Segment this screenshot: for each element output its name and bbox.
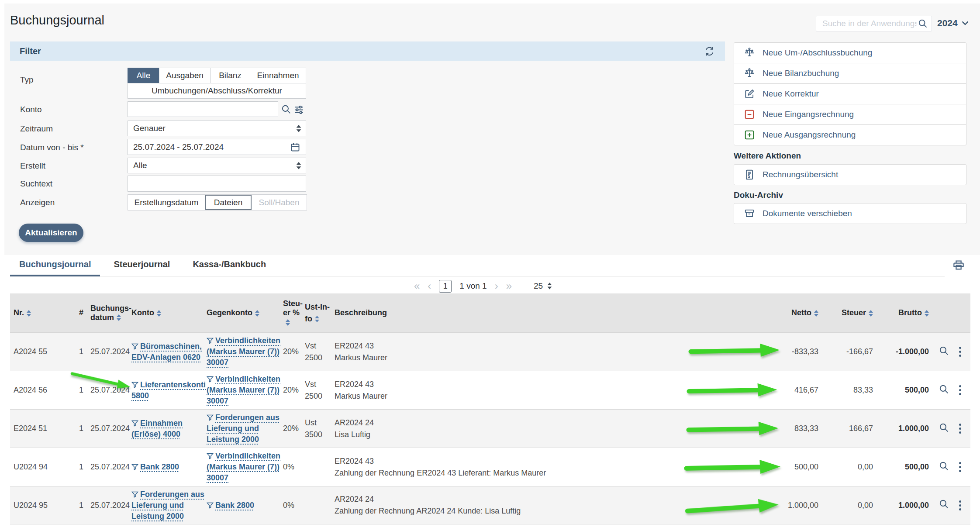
last-page-icon[interactable]: »: [506, 281, 512, 291]
calendar-icon[interactable]: [290, 142, 300, 152]
cell-num: 1: [68, 424, 83, 433]
tab-buchungsjournal[interactable]: Buchungsjournal: [10, 257, 100, 276]
tab-kassa-bankbuch[interactable]: Kassa-/Bankbuch: [183, 257, 275, 276]
page-size-value: 25: [534, 281, 543, 291]
konto-search-icon[interactable]: [281, 104, 292, 115]
datum-label: Datum von - bis *: [20, 143, 84, 152]
tab-steuerjournal[interactable]: Steuerjournal: [104, 257, 179, 276]
konto-label: Konto: [20, 105, 42, 114]
typ-option-ausgaben[interactable]: Ausgaben: [159, 68, 210, 83]
zeitraum-label: Zeitraum: [20, 124, 53, 134]
weitere-aktionen-group: $ Rechnungsübersicht: [734, 164, 966, 185]
row-detail-search-icon[interactable]: [939, 384, 949, 397]
year-dropdown[interactable]: 2024: [937, 18, 969, 28]
page-size-stepper[interactable]: 25: [534, 281, 552, 291]
typ-label: Typ: [20, 75, 34, 85]
gegenkonto-link[interactable]: Bank 2800: [207, 500, 254, 511]
toggle-erstellungsdatum[interactable]: Erstellungsdatum: [128, 195, 205, 210]
new-umbuchung-button[interactable]: Neue Um-/Abschlussbuchung: [734, 42, 966, 63]
table-header-row: Nr. # Buchungs-datum Konto Gegenkonto St…: [10, 293, 970, 332]
col-header-brutto: Brutto: [873, 308, 929, 317]
typ-option-alle[interactable]: Alle: [128, 68, 159, 83]
konto-link[interactable]: Büromaschinen, EDV-Anlagen 0620: [131, 341, 207, 363]
sort-icon[interactable]: [814, 310, 818, 317]
next-page-icon[interactable]: ›: [495, 281, 498, 291]
new-bilanzbuchung-button[interactable]: Neue Bilanzbuchung: [734, 63, 966, 84]
filter-funnel-icon: [207, 338, 214, 344]
new-eingangsrechnung-button[interactable]: Neue Eingangsrechnung: [734, 104, 966, 125]
sort-icon[interactable]: [117, 314, 121, 321]
help-search-input[interactable]: [821, 18, 918, 29]
cell-beschreibung: ER2024 43Zahlung der Rechnung ER2024 43 …: [335, 455, 764, 479]
row-detail-search-icon[interactable]: [939, 461, 949, 474]
sort-icon[interactable]: [315, 316, 319, 322]
help-search-box[interactable]: [816, 16, 932, 31]
toggle-dateien[interactable]: Dateien: [205, 195, 252, 210]
sort-icon[interactable]: [27, 310, 31, 317]
prev-page-icon[interactable]: ‹: [428, 281, 431, 291]
col-header-nr: Nr.: [14, 308, 68, 317]
cell-ust-info: Vst 2500: [305, 379, 335, 402]
new-ausgangsrechnung-button[interactable]: Neue Ausgangsrechnung: [734, 124, 966, 145]
rechnungsuebersicht-button[interactable]: $ Rechnungsübersicht: [734, 164, 966, 185]
sort-icon[interactable]: [255, 310, 259, 317]
konto-input-box: [128, 101, 278, 117]
typ-option-umbuchungen[interactable]: Umbuchungen/Abschluss/Korrektur: [128, 83, 306, 99]
dokumente-verschieben-button[interactable]: Dokumente verschieben: [734, 203, 966, 224]
sort-icon[interactable]: [869, 310, 873, 317]
cell-num: 1: [68, 462, 83, 472]
cell-datum: 25.07.2024: [83, 347, 131, 356]
gegenkonto-link[interactable]: Verbindlichkeiten (Markus Maurer (7)) 30…: [207, 374, 283, 407]
sort-icon[interactable]: [286, 319, 290, 326]
row-menu-icon[interactable]: [959, 385, 961, 395]
konto-link[interactable]: Lieferantenskonti 5800: [131, 379, 207, 401]
refresh-icon[interactable]: [704, 45, 715, 57]
row-detail-search-icon[interactable]: [939, 345, 949, 359]
filter-sliders-icon[interactable]: [293, 104, 304, 115]
row-menu-icon[interactable]: [959, 424, 961, 434]
pagination: « ‹ 1 1 von 1 › » 25: [414, 279, 552, 293]
action-label: Dokumente verschieben: [763, 209, 852, 218]
konto-input[interactable]: [133, 104, 273, 114]
typ-option-bilanz[interactable]: Bilanz: [210, 68, 250, 83]
gegenkonto-link[interactable]: Forderungen aus Lieferung und Leistung 2…: [207, 412, 283, 445]
datum-value: 25.07.2024 - 25.07.2024: [133, 142, 224, 152]
zeitraum-select[interactable]: Genauer: [128, 121, 306, 136]
cell-netto: 1.000,00: [764, 501, 818, 510]
gegenkonto-link[interactable]: Verbindlichkeiten (Markus Maurer (7)) 30…: [207, 335, 283, 368]
toggle-soll-haben: Soll/Haben: [252, 195, 307, 210]
konto-link[interactable]: Forderungen aus Lieferung und Leistung 2…: [131, 489, 207, 522]
chevron-down-icon: [962, 21, 969, 25]
cell-steuer-pct: 0%: [283, 462, 305, 472]
konto-link[interactable]: Bank 2800: [131, 462, 179, 472]
row-menu-icon[interactable]: [959, 347, 961, 357]
cell-beschreibung: AR2024 24Zahlung der Rechnung AR2024 24 …: [335, 493, 764, 517]
plus-square-icon: [744, 129, 755, 141]
print-icon[interactable]: [952, 259, 965, 274]
typ-option-einnahmen[interactable]: Einnahmen: [250, 68, 306, 83]
row-menu-icon[interactable]: [959, 462, 961, 472]
suchtext-input[interactable]: [133, 179, 300, 189]
row-detail-search-icon[interactable]: [939, 499, 949, 512]
erstellt-value: Alle: [133, 161, 147, 170]
filter-title: Filter: [20, 46, 41, 56]
anzeigen-toggle-group: Erstellungsdatum Dateien Soll/Haben: [128, 194, 307, 210]
sort-icon[interactable]: [157, 310, 161, 317]
cell-datum: 25.07.2024: [83, 501, 131, 510]
datum-range-field[interactable]: 25.07.2024 - 25.07.2024: [128, 139, 306, 155]
row-detail-search-icon[interactable]: [939, 422, 949, 435]
cell-nr: U2024 95: [14, 501, 68, 510]
search-icon[interactable]: [918, 18, 928, 29]
doku-archiv-group: Dokumente verschieben: [734, 203, 966, 224]
row-menu-icon[interactable]: [959, 500, 961, 510]
konto-link[interactable]: Einnahmen (Erlöse) 4000: [131, 418, 207, 440]
sort-icon[interactable]: [925, 310, 929, 317]
updown-icon: [296, 125, 301, 132]
aktualisieren-button[interactable]: Aktualisieren: [19, 224, 83, 242]
gegenkonto-link[interactable]: Verbindlichkeiten (Markus Maurer (7)) 30…: [207, 451, 283, 483]
suchtext-label: Suchtext: [20, 179, 52, 189]
new-korrektur-button[interactable]: Neue Korrektur: [734, 83, 966, 104]
first-page-icon[interactable]: «: [414, 281, 420, 291]
erstellt-select[interactable]: Alle: [128, 158, 306, 173]
current-page-input[interactable]: 1: [439, 280, 452, 293]
